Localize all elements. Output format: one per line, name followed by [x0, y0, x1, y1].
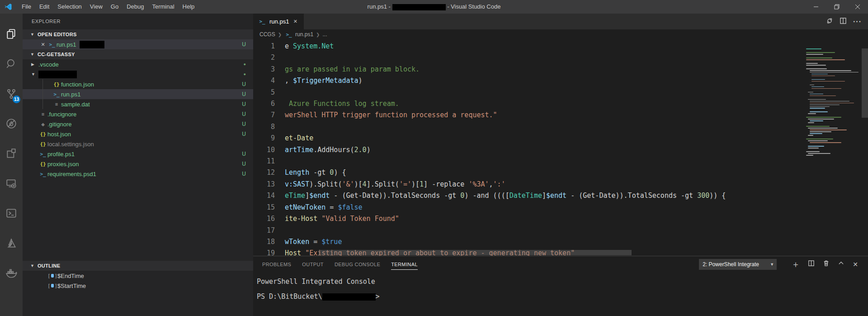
minimize-button[interactable] — [806, 0, 826, 14]
menu-debug[interactable]: Debug — [123, 0, 148, 14]
tree-item-profile.ps1[interactable]: >_profile.ps1U — [23, 149, 253, 159]
menu-selection[interactable]: Selection — [53, 0, 85, 14]
line-number: 5 — [253, 87, 275, 98]
code-line[interactable]: 9 et-Date — [253, 133, 806, 144]
more-actions-icon[interactable]: ··· — [853, 18, 862, 26]
tree-item-requirements.psd1[interactable]: >_requirements.psd1U — [23, 169, 253, 179]
folder-section-header[interactable]: ▼ CC-GETSASSY — [23, 49, 253, 59]
code-line[interactable]: 5 — [253, 87, 806, 98]
explorer-icon[interactable] — [0, 19, 23, 49]
git-status-badge: U — [242, 81, 246, 87]
open-editor-item[interactable]: ✕ >_ run.ps1 U — [23, 39, 253, 49]
tree-item-label: .gitignore — [47, 121, 71, 128]
tab-run-ps1[interactable]: >_ run.ps1 ✕ — [253, 14, 304, 29]
outline-item[interactable]: [] $StartTime — [23, 281, 253, 291]
line-number: 17 — [253, 225, 275, 236]
new-terminal-icon[interactable]: ＋ — [791, 261, 800, 268]
code-line[interactable]: 13 v:SAST).Split('&')[4].Split('=')[1] -… — [253, 179, 806, 190]
breadcrumb-symbol[interactable]: ... — [322, 31, 327, 38]
tree-item-label: requirements.psd1 — [47, 171, 96, 177]
tree-item-local.settings.json[interactable]: {}local.settings.json — [23, 139, 253, 149]
close-tab-icon[interactable]: ✕ — [292, 19, 299, 24]
code-line[interactable]: 1 e System.Net — [253, 41, 806, 52]
vertical-scrollbar[interactable] — [862, 48, 868, 118]
horizontal-scrollbar[interactable] — [319, 250, 632, 255]
twistie-icon: ▼ — [30, 52, 38, 57]
tree-item-run.ps1[interactable]: >_run.ps1U — [23, 89, 253, 99]
close-panel-icon[interactable]: ✕ — [853, 261, 858, 268]
search-icon[interactable] — [0, 49, 23, 79]
panel-tab-terminal[interactable]: TERMINAL — [386, 256, 423, 272]
line-number: 8 — [253, 121, 275, 133]
outline-item[interactable]: [] $EndTime — [23, 271, 253, 281]
open-editors-header[interactable]: ▼ OPEN EDITORS — [23, 29, 253, 39]
tree-item-label: sample.dat — [61, 101, 90, 108]
line-number: 3 — [253, 64, 275, 75]
code-line[interactable]: 17 — [253, 225, 806, 236]
menu-file[interactable]: File — [18, 0, 35, 14]
menu-go[interactable]: Go — [107, 0, 123, 14]
code-line[interactable]: 7 werShell HTTP trigger function process… — [253, 110, 806, 121]
terminal-select[interactable]: 2: PowerShell Integrate ▼ — [699, 259, 777, 270]
tree-item-.gitignore[interactable]: ◆.gitignoreU — [23, 119, 253, 129]
outline-header[interactable]: ▼ OUTLINE — [23, 261, 253, 271]
menu-edit[interactable]: Edit — [35, 0, 53, 14]
code-editor[interactable]: 1 e System.Net 2 3 gs are passed in via … — [253, 39, 868, 256]
close-window-button[interactable] — [847, 0, 868, 14]
docker-icon[interactable] — [0, 258, 23, 288]
split-editor-icon[interactable] — [840, 17, 847, 26]
close-editor-icon[interactable]: ✕ — [38, 42, 47, 48]
panel-tab-debug-console[interactable]: DEBUG CONSOLE — [329, 256, 386, 272]
activity-bar: 13 — [0, 14, 23, 316]
code-line[interactable]: 11 — [253, 156, 806, 167]
restore-button[interactable] — [826, 0, 847, 14]
tree-item-function.json[interactable]: {}function.jsonU — [23, 79, 253, 89]
line-number: 13 — [253, 179, 275, 190]
remote-explorer-icon[interactable] — [0, 168, 23, 198]
code-line[interactable]: 6 Azure Functions log stream. — [253, 98, 806, 110]
minimap[interactable] — [806, 48, 860, 157]
tree-item-proxies.json[interactable]: {}proxies.jsonU — [23, 159, 253, 169]
menu-terminal[interactable]: Terminal — [148, 0, 178, 14]
code-line[interactable]: 3 gs are passed in via param block. — [253, 64, 806, 75]
code-line[interactable]: 14 eTime]$endt - (Get-Date)).TotalSecond… — [253, 190, 806, 201]
code-line[interactable]: 8 — [253, 121, 806, 133]
menu-help[interactable]: Help — [179, 0, 199, 14]
split-terminal-icon[interactable] — [808, 260, 815, 268]
open-editor-label: run.ps1 — [57, 41, 76, 48]
tree-item-redacted-folder[interactable]: ▼● — [23, 69, 253, 79]
code-line[interactable]: 18 wToken = $true — [253, 236, 806, 248]
code-line[interactable]: 15 etNewToken = $false — [253, 202, 806, 213]
source-control-icon[interactable]: 13 — [0, 79, 23, 109]
code-line[interactable]: 2 — [253, 52, 806, 63]
tree-item-label: proxies.json — [47, 161, 79, 168]
tree-item-.vscode[interactable]: ▶.vscode● — [23, 59, 253, 69]
code-line[interactable]: 4 , $TriggerMetadata) — [253, 75, 806, 86]
tree-item-host.json[interactable]: {}host.jsonU — [23, 129, 253, 139]
menu-view[interactable]: View — [86, 0, 107, 14]
chevron-right-icon: ❯ — [315, 32, 321, 37]
line-number: 4 — [253, 75, 275, 86]
powershell-icon[interactable] — [0, 198, 23, 228]
tree-item-.funcignore[interactable]: ≡.funcignoreU — [23, 109, 253, 119]
code-line[interactable]: 10 artTime.AddHours(2.0) — [253, 144, 806, 156]
breadcrumb-file[interactable]: run.ps1 — [295, 31, 313, 38]
kill-terminal-icon[interactable] — [823, 260, 830, 268]
outline-item-label: $StartTime — [57, 282, 86, 289]
maximize-panel-icon[interactable] — [838, 260, 844, 268]
code-line[interactable]: 12 Length -gt 0) { — [253, 167, 806, 178]
debug-icon[interactable] — [0, 109, 23, 139]
sync-icon[interactable] — [826, 17, 833, 26]
git-status-badge: U — [242, 121, 246, 127]
breadcrumbs: CCGS ❯ >_ run.ps1 ❯ ... — [253, 29, 868, 39]
azure-icon[interactable] — [0, 228, 23, 258]
breadcrumb-root[interactable]: CCGS — [259, 31, 275, 38]
panel-tab-problems[interactable]: PROBLEMS — [257, 256, 297, 272]
powershell-file-icon: >_ — [38, 171, 47, 177]
terminal[interactable]: PowerShell Integrated Console PS D:\BitB… — [253, 272, 868, 316]
tree-item-sample.dat[interactable]: ≡sample.datU — [23, 99, 253, 109]
panel-tab-output[interactable]: OUTPUT — [297, 256, 329, 272]
extensions-icon[interactable] — [0, 139, 23, 168]
code-line[interactable]: 16 ite-Host "Valid Token Found" — [253, 213, 806, 225]
redaction-box — [38, 71, 77, 78]
